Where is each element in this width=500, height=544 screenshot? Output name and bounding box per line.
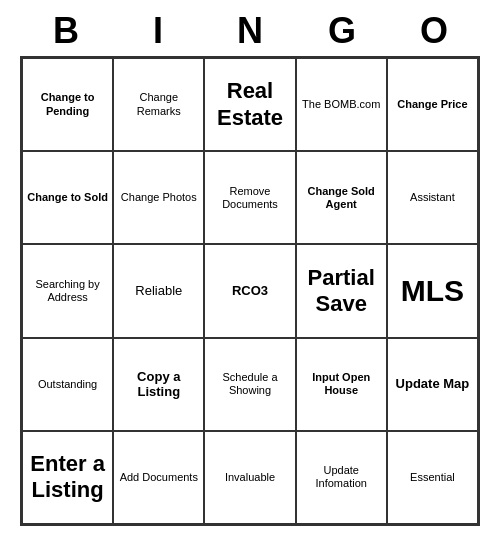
cell-r0-c1: Change Remarks <box>113 58 204 151</box>
cell-r2-c4: MLS <box>387 244 478 337</box>
cell-r3-c0: Outstanding <box>22 338 113 431</box>
header-letter: G <box>298 10 386 52</box>
cell-r0-c0: Change to Pending <box>22 58 113 151</box>
cell-r3-c4: Update Map <box>387 338 478 431</box>
bingo-header: BINGO <box>20 10 480 52</box>
cell-r3-c1: Copy a Listing <box>113 338 204 431</box>
cell-r0-c3: The BOMB.com <box>296 58 387 151</box>
cell-r4-c4: Essential <box>387 431 478 524</box>
bingo-grid: Change to PendingChange RemarksReal Esta… <box>20 56 480 526</box>
cell-r2-c0: Searching by Address <box>22 244 113 337</box>
cell-r4-c0: Enter a Listing <box>22 431 113 524</box>
header-letter: N <box>206 10 294 52</box>
header-letter: O <box>390 10 478 52</box>
cell-r0-c4: Change Price <box>387 58 478 151</box>
cell-r1-c0: Change to Sold <box>22 151 113 244</box>
cell-r4-c1: Add Documents <box>113 431 204 524</box>
cell-r2-c1: Reliable <box>113 244 204 337</box>
cell-r4-c2: Invaluable <box>204 431 295 524</box>
cell-r1-c4: Assistant <box>387 151 478 244</box>
header-letter: B <box>22 10 110 52</box>
cell-r1-c3: Change Sold Agent <box>296 151 387 244</box>
cell-r4-c3: Update Infomation <box>296 431 387 524</box>
cell-r3-c2: Schedule a Showing <box>204 338 295 431</box>
cell-r3-c3: Input Open House <box>296 338 387 431</box>
cell-r2-c2: RCO3 <box>204 244 295 337</box>
cell-r2-c3: Partial Save <box>296 244 387 337</box>
cell-r1-c2: Remove Documents <box>204 151 295 244</box>
header-letter: I <box>114 10 202 52</box>
cell-r1-c1: Change Photos <box>113 151 204 244</box>
cell-r0-c2: Real Estate <box>204 58 295 151</box>
